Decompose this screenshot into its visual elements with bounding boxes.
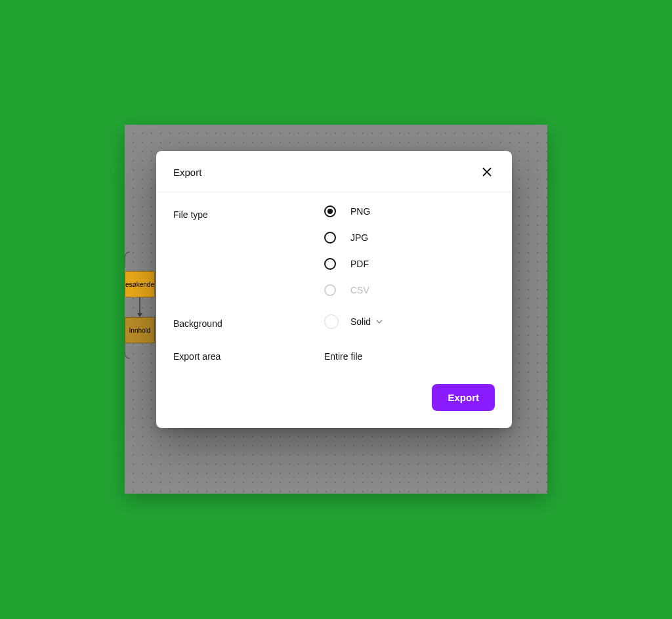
radio-icon	[324, 232, 336, 244]
background-label: Background	[173, 314, 324, 329]
modal-footer: Export	[156, 368, 512, 428]
background-color-swatch[interactable]	[324, 314, 339, 329]
diagram-node-label: Innhold	[129, 327, 151, 334]
file-type-option-csv: CSV	[324, 284, 495, 296]
modal-title: Export	[173, 167, 201, 178]
radio-icon	[324, 258, 336, 270]
diagram-node[interactable]: Innhold	[125, 317, 155, 343]
file-type-option-png[interactable]: PNG	[324, 205, 495, 217]
modal-header: Export	[156, 151, 512, 192]
radio-label: JPG	[350, 232, 368, 243]
export-area-value: Entire file	[324, 347, 495, 362]
background-select[interactable]: Solid	[350, 316, 383, 327]
export-area-label: Export area	[173, 347, 324, 362]
export-button[interactable]: Export	[432, 384, 495, 411]
close-button[interactable]	[479, 164, 495, 180]
chevron-down-icon	[376, 318, 383, 325]
modal-body: File type PNG JPG PDF CSV Background	[156, 192, 512, 368]
arrow-down-icon	[136, 297, 143, 317]
background-value: Solid	[350, 316, 371, 327]
file-type-option-jpg[interactable]: JPG	[324, 232, 495, 244]
diagram-node[interactable]: esøkende	[125, 271, 155, 297]
close-icon	[482, 167, 492, 177]
file-type-label: File type	[173, 205, 324, 296]
diagram-node-label: esøkende	[125, 281, 154, 288]
radio-label: PNG	[350, 206, 370, 217]
radio-icon	[324, 205, 336, 217]
export-modal: Export File type PNG JPG PDF	[156, 151, 512, 428]
radio-icon	[324, 284, 336, 296]
file-type-option-pdf[interactable]: PDF	[324, 258, 495, 270]
radio-label: CSV	[350, 285, 369, 295]
background-row: Solid	[324, 314, 495, 329]
radio-label: PDF	[350, 259, 369, 269]
file-type-options: PNG JPG PDF CSV	[324, 205, 495, 296]
